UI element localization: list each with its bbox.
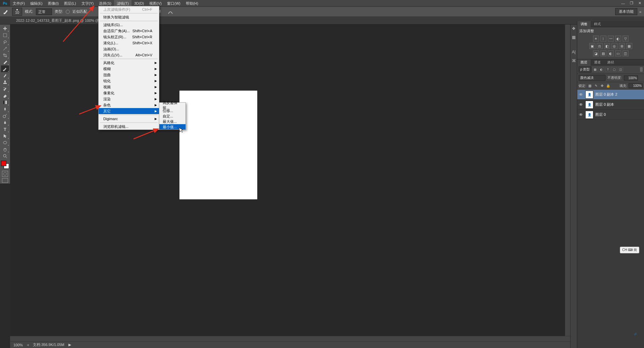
eyedropper-tool[interactable] (1, 59, 9, 65)
menu-layer[interactable]: 图层(L) (61, 0, 78, 7)
workspace-switcher[interactable]: 基本功能 (615, 8, 637, 15)
menu-filter[interactable]: 滤镜(T) (114, 0, 131, 7)
move-tool[interactable] (1, 25, 9, 32)
filter-smart-icon[interactable]: ◫ (618, 67, 623, 72)
filter-type-icon[interactable]: T (605, 67, 610, 72)
zoom-tool[interactable] (1, 153, 9, 159)
menu-item-video[interactable]: 视频▶ (99, 84, 159, 90)
filter-adjust-icon[interactable]: ◐ (599, 67, 604, 72)
tab-channels[interactable]: 通道 (591, 59, 604, 65)
adj-photo-filter-icon[interactable]: ◎ (611, 43, 618, 49)
tab-layers[interactable]: 图层 (577, 59, 591, 65)
menu-help[interactable]: 帮助(H) (183, 0, 201, 7)
workspace-menu-icon[interactable]: » (639, 10, 641, 14)
layer-thumbnail[interactable]: 👤 (585, 101, 593, 109)
lock-position-icon[interactable]: ✥ (600, 84, 604, 88)
crop-tool[interactable] (1, 52, 9, 59)
menu-item-distort[interactable]: 扭曲▶ (99, 72, 159, 78)
filter-toggle[interactable] (640, 67, 643, 72)
menu-file[interactable]: 文件(F) (10, 0, 28, 7)
menu-item-oil[interactable]: 油画(O)... (99, 46, 159, 52)
visibility-toggle-icon[interactable]: 👁 (579, 112, 583, 117)
foreground-color-swatch[interactable] (1, 161, 6, 166)
window-minimize-button[interactable]: — (619, 0, 627, 7)
adj-bw-icon[interactable]: ◧ (604, 43, 610, 49)
menu-view[interactable]: 视图(V) (147, 0, 164, 7)
lock-transparency-icon[interactable]: ▩ (588, 84, 592, 88)
layer-thumbnail[interactable]: 👤 (585, 111, 593, 119)
adj-exposure-icon[interactable]: ◐ (615, 36, 621, 42)
lock-all-icon[interactable]: 🔒 (606, 84, 610, 88)
menu-item-adaptive[interactable]: 自适应广角(A)...Shift+Ctrl+A (99, 28, 159, 34)
brush-preset-picker[interactable]: 10 (12, 8, 22, 16)
menu-item-blur[interactable]: 模糊▶ (99, 66, 159, 72)
menu-item-liquify[interactable]: 液化(L)...Shift+Ctrl+X (99, 40, 159, 46)
menu-item-sharpen[interactable]: 锐化▶ (99, 78, 159, 84)
vertical-scrollbar[interactable] (565, 24, 570, 336)
menu-item-vanish[interactable]: 消失点(V)...Alt+Ctrl+V (99, 52, 159, 58)
layer-blend-mode-select[interactable]: 颜色减淡 (579, 75, 605, 81)
stamp-tool[interactable] (1, 79, 9, 86)
submenu-item-highpass[interactable]: 高反差保留... (159, 103, 185, 108)
document-canvas[interactable] (179, 91, 257, 199)
adj-invert-icon[interactable]: ◪ (593, 50, 599, 56)
layer-thumbnail[interactable]: 👤 (585, 91, 593, 99)
adj-channel-mixer-icon[interactable]: ⊞ (619, 43, 625, 49)
opacity-value[interactable]: 100% (624, 76, 638, 81)
color-swatches[interactable] (1, 161, 9, 169)
window-maximize-button[interactable]: ❐ (627, 0, 636, 7)
visibility-toggle-icon[interactable]: 👁 (579, 102, 583, 107)
adj-gradient-map-icon[interactable]: ▭ (615, 50, 621, 56)
menu-image[interactable]: 图像(I) (45, 0, 61, 7)
menu-item-lens[interactable]: 镜头校正(R)...Shift+Ctrl+R (99, 34, 159, 40)
type-tool[interactable]: T (1, 126, 9, 133)
tab-adjustments[interactable]: 调整 (577, 21, 591, 27)
adj-levels-icon[interactable]: ⧘ (600, 36, 606, 42)
type-radio[interactable] (66, 10, 70, 14)
menu-edit[interactable]: 编辑(E) (28, 0, 45, 7)
ime-indicator[interactable]: CH ⌨ 简 (620, 247, 639, 253)
hand-tool[interactable] (1, 146, 9, 153)
adj-posterize-icon[interactable]: ▤ (600, 50, 606, 56)
adj-threshold-icon[interactable]: ◐ (608, 50, 614, 56)
adj-brightness-icon[interactable]: ☀ (593, 36, 599, 42)
filter-shape-icon[interactable]: ▢ (611, 67, 617, 72)
visibility-toggle-icon[interactable]: 👁 (579, 92, 583, 97)
submenu-item-maximum[interactable]: 最大值... (159, 119, 185, 124)
tab-styles[interactable]: 样式 (591, 21, 604, 27)
menu-item-render[interactable]: 渲染▶ (99, 96, 159, 102)
blur-tool[interactable] (1, 106, 9, 112)
character-panel-icon[interactable]: A| (571, 49, 577, 55)
quick-mask-toggle[interactable] (2, 171, 8, 177)
history-brush-tool[interactable] (1, 86, 9, 92)
menu-item-last-filter[interactable]: 上次滤镜操作(F) Ctrl+F (99, 6, 159, 12)
menu-item-gallery[interactable]: 滤镜库(G)... (99, 22, 159, 28)
adj-balance-icon[interactable]: ⚖ (597, 43, 603, 49)
menu-item-other[interactable]: 其它▶ (99, 108, 159, 114)
brush-tool[interactable] (1, 72, 9, 79)
magic-wand-tool[interactable] (1, 45, 9, 52)
current-tool-icon[interactable] (3, 8, 9, 15)
menu-3d[interactable]: 3D(D) (131, 0, 147, 7)
healing-brush-tool[interactable] (1, 65, 9, 72)
color-panel-icon[interactable]: ❖ (571, 26, 577, 31)
doc-info-arrow-icon[interactable]: ▶ (68, 343, 71, 347)
menu-item-digimarc[interactable]: Digimarc▶ (99, 116, 159, 122)
window-close-button[interactable]: ✕ (636, 0, 644, 7)
paragraph-panel-icon[interactable]: ⌘ (571, 58, 577, 63)
submenu-item-custom[interactable]: 自定... (159, 113, 185, 119)
zoom-slider-icon[interactable]: ◃ (27, 343, 29, 347)
menu-type[interactable]: 文字(Y) (79, 0, 97, 7)
adj-lookup-icon[interactable]: ▦ (626, 43, 632, 49)
layer-row[interactable]: 👁 👤 图层 0 副本 (577, 100, 644, 110)
blend-mode-select[interactable]: 正常 (36, 8, 52, 15)
layer-row[interactable]: 👁 👤 图层 0 (577, 110, 644, 120)
doc-info[interactable]: 文档:356.9K/1.05M (33, 342, 64, 347)
layer-row[interactable]: 👁 👤 图层 0 副本 2 (577, 90, 644, 100)
horizontal-scrollbar[interactable] (10, 336, 570, 341)
shape-tool[interactable] (1, 139, 9, 146)
adj-hue-icon[interactable]: ▣ (589, 43, 595, 49)
menu-item-convert-smart[interactable]: 转换为智能滤镜 (99, 14, 159, 20)
eraser-tool[interactable] (1, 92, 9, 99)
dodge-tool[interactable] (1, 112, 9, 119)
